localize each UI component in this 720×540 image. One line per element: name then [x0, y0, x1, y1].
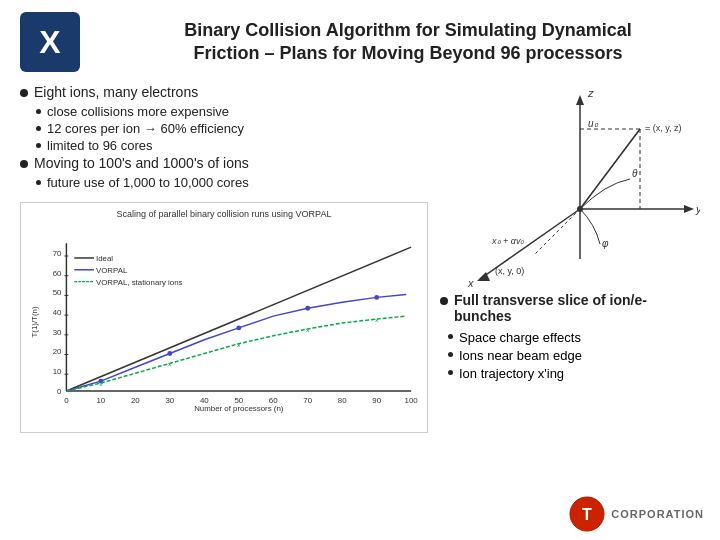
right-sub-item-2: Ions near beam edge: [448, 348, 700, 363]
corp-icon: T: [569, 496, 605, 532]
svg-text:T: T: [582, 506, 592, 523]
svg-text:Ideal: Ideal: [96, 254, 113, 263]
right-sub-bullets: Space charge effects Ions near beam edge…: [448, 330, 700, 381]
svg-text:0: 0: [57, 387, 62, 396]
svg-text:z: z: [587, 87, 594, 99]
svg-text:40: 40: [53, 308, 62, 317]
svg-text:VORPAL, stationary ions: VORPAL, stationary ions: [96, 278, 183, 287]
bullet-main-1-text: Eight ions, many electrons: [34, 84, 198, 100]
main-bullet-right: [440, 297, 448, 305]
corporation-logo: T CORPORATION: [569, 496, 704, 532]
bullet-main-2: Moving to 100's and 1000's of ions: [20, 155, 428, 171]
bullet-main-1: Eight ions, many electrons: [20, 84, 428, 100]
svg-text:×: ×: [237, 342, 241, 349]
svg-text:20: 20: [53, 348, 62, 357]
svg-text:70: 70: [303, 396, 312, 405]
chart-title: Scaling of parallel binary collision run…: [27, 209, 421, 219]
right-sub-item-3: Ion trajectory x'ing: [448, 366, 700, 381]
svg-text:80: 80: [338, 396, 347, 405]
svg-text:×: ×: [168, 361, 172, 368]
svg-text:x: x: [467, 277, 474, 289]
svg-text:u₀: u₀: [588, 118, 599, 129]
diagram-area: z y x u₀ = (x, y, z): [440, 84, 700, 284]
sub-text-1-2: 12 cores per ion → 60% efficiency: [47, 121, 244, 136]
svg-point-35: [236, 325, 241, 330]
svg-text:30: 30: [53, 328, 62, 337]
svg-text:10: 10: [53, 367, 62, 376]
svg-text:x₀ + αv₀: x₀ + αv₀: [491, 236, 524, 246]
bullet-dot-1: [20, 89, 28, 97]
bullet-main-2-text: Moving to 100's and 1000's of ions: [34, 155, 249, 171]
rb-dot-1: [448, 334, 453, 339]
techx-logo: X: [20, 12, 80, 72]
corp-label-text: CORPORATION: [611, 508, 704, 520]
rb-text-1: Space charge effects: [459, 330, 581, 345]
sub-text-2-1: future use of 1,000 to 10,000 cores: [47, 175, 249, 190]
svg-text:φ: φ: [602, 238, 609, 249]
svg-text:×: ×: [375, 317, 379, 324]
sub-dot-1-1: [36, 109, 41, 114]
svg-text:10: 10: [96, 396, 105, 405]
page-title: Binary Collision Algorithm for Simulatin…: [116, 19, 700, 66]
header: X Binary Collision Algorithm for Simulat…: [0, 0, 720, 80]
svg-text:60: 60: [53, 269, 62, 278]
svg-text:×: ×: [99, 381, 103, 388]
right-column: z y x u₀ = (x, y, z): [440, 84, 700, 433]
chart-container: Scaling of parallel binary collision run…: [20, 202, 428, 433]
svg-point-37: [374, 295, 379, 300]
svg-text:100: 100: [405, 396, 419, 405]
rb-dot-3: [448, 370, 453, 375]
svg-text:50: 50: [53, 288, 62, 297]
sub-bullet-2-1: future use of 1,000 to 10,000 cores: [36, 175, 428, 190]
svg-text:30: 30: [165, 396, 174, 405]
rb-dot-2: [448, 352, 453, 357]
bullets-section: Eight ions, many electrons close collisi…: [20, 84, 428, 192]
svg-text:X: X: [39, 24, 61, 60]
svg-text:= (x, y, z): = (x, y, z): [645, 123, 682, 133]
sub-dot-1-2: [36, 126, 41, 131]
sub-text-1-3: limited to 96 cores: [47, 138, 153, 153]
full-transverse-text: Full transverse slice of ion/e- bunches: [454, 292, 700, 324]
sub-text-1-1: close collisions more expensive: [47, 104, 229, 119]
rb-text-3: Ion trajectory x'ing: [459, 366, 564, 381]
main-content: Eight ions, many electrons close collisi…: [0, 80, 720, 443]
sub-bullet-1-2: 12 cores per ion → 60% efficiency: [36, 121, 428, 136]
sub-bullet-1-3: limited to 96 cores: [36, 138, 428, 153]
sub-bullet-1-1: close collisions more expensive: [36, 104, 428, 119]
svg-text:VORPAL: VORPAL: [96, 266, 128, 275]
svg-text:θ: θ: [632, 168, 638, 179]
svg-text:20: 20: [131, 396, 140, 405]
bullet-dot-2: [20, 160, 28, 168]
diagram-svg: z y x u₀ = (x, y, z): [440, 79, 700, 289]
full-transverse-header: Full transverse slice of ion/e- bunches: [440, 292, 700, 324]
svg-point-36: [305, 306, 310, 311]
left-column: Eight ions, many electrons close collisi…: [20, 84, 428, 433]
svg-text:y: y: [695, 203, 700, 215]
svg-text:×: ×: [306, 327, 310, 334]
svg-text:90: 90: [372, 396, 381, 405]
bottom-right-section: Full transverse slice of ion/e- bunches …: [440, 292, 700, 384]
svg-text:(x, y, 0): (x, y, 0): [495, 266, 524, 276]
sub-dot-1-3: [36, 143, 41, 148]
svg-point-34: [167, 351, 172, 356]
svg-text:70: 70: [53, 249, 62, 258]
svg-text:Number of processors (n): Number of processors (n): [194, 404, 284, 413]
sub-dot-2-1: [36, 180, 41, 185]
right-sub-item-1: Space charge effects: [448, 330, 700, 345]
logo-area: X: [20, 12, 100, 72]
svg-text:0: 0: [64, 396, 69, 405]
rb-text-2: Ions near beam edge: [459, 348, 582, 363]
svg-rect-50: [440, 79, 700, 289]
chart-svg: 0 10 20 30 40 50 60 70 0 10 20 30: [27, 222, 421, 422]
svg-text:T(1)/T(n): T(1)/T(n): [30, 306, 39, 337]
